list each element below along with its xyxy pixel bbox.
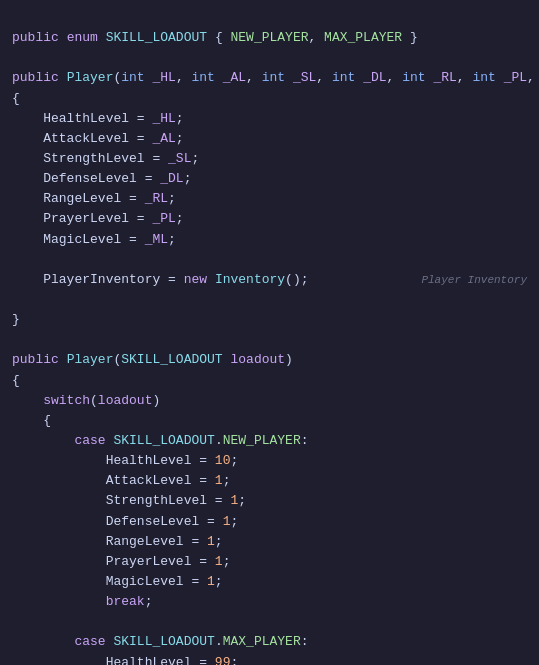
code-line: { xyxy=(0,411,539,431)
code-line: RangeLevel = 1; xyxy=(0,532,539,552)
code-line: public Player(int _HL, int _AL, int _SL,… xyxy=(0,68,539,88)
code-line: } xyxy=(0,310,539,330)
code-line: AttackLevel = 1; xyxy=(0,471,539,491)
code-line: public enum SKILL_LOADOUT { NEW_PLAYER, … xyxy=(0,28,539,48)
code-line: AttackLevel = _AL; xyxy=(0,129,539,149)
code-line: HealthLevel = 10; xyxy=(0,451,539,471)
code-line: StrengthLevel = _SL; xyxy=(0,149,539,169)
code-line: MagicLevel = 1; xyxy=(0,572,539,592)
code-line xyxy=(0,250,539,270)
code-line: DefenseLevel = _DL; xyxy=(0,169,539,189)
code-line: RangeLevel = _RL; xyxy=(0,189,539,209)
code-line: PlayerInventory = new Inventory();Player… xyxy=(0,270,539,290)
code-line xyxy=(0,48,539,68)
code-line: { xyxy=(0,371,539,391)
code-line xyxy=(0,330,539,350)
code-line: case SKILL_LOADOUT.NEW_PLAYER: xyxy=(0,431,539,451)
code-line: MagicLevel = _ML; xyxy=(0,230,539,250)
code-line: { xyxy=(0,89,539,109)
code-editor: public enum SKILL_LOADOUT { NEW_PLAYER, … xyxy=(0,0,539,665)
code-line: PrayerLevel = _PL; xyxy=(0,209,539,229)
code-line xyxy=(0,290,539,310)
code-line: case SKILL_LOADOUT.MAX_PLAYER: xyxy=(0,632,539,652)
code-line: switch(loadout) xyxy=(0,391,539,411)
code-line: StrengthLevel = 1; xyxy=(0,491,539,511)
code-line xyxy=(0,612,539,632)
code-line: HealthLevel = _HL; xyxy=(0,109,539,129)
code-line: break; xyxy=(0,592,539,612)
code-line: DefenseLevel = 1; xyxy=(0,512,539,532)
code-line: HealthLevel = 99; xyxy=(0,653,539,666)
code-line: PrayerLevel = 1; xyxy=(0,552,539,572)
player-inventory-annotation: Player Inventory xyxy=(421,272,527,289)
code-line: public Player(SKILL_LOADOUT loadout) xyxy=(0,350,539,370)
